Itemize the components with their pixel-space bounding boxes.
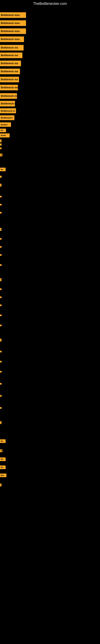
bar-item: Bottleneck res xyxy=(0,69,20,74)
bar-item: | xyxy=(0,278,1,281)
bar-label xyxy=(0,176,1,178)
bar-label: | xyxy=(0,140,1,142)
bar-item: B xyxy=(0,154,2,156)
bar-item: | xyxy=(0,339,1,342)
bar-label: Bottleneck res xyxy=(0,77,19,82)
bar-label: | xyxy=(0,421,1,424)
bar-label: Bottleneck re xyxy=(0,93,17,99)
bar-label: | xyxy=(0,339,1,342)
bar-item: | xyxy=(0,228,1,231)
bar-item: Bo xyxy=(0,466,6,469)
bar-label xyxy=(0,314,1,316)
bar-item: Bottleneck res xyxy=(0,45,24,50)
bar-label: Bottlen xyxy=(0,122,11,127)
bar-item xyxy=(0,407,0,409)
bar-label xyxy=(0,371,1,372)
bar-item xyxy=(0,395,0,397)
bar-label: Bo xyxy=(0,458,6,461)
bar-label: Bottleneck r xyxy=(0,115,14,120)
bar-label xyxy=(0,324,1,326)
bar-item xyxy=(0,264,0,266)
bar-item: Bottlen xyxy=(0,122,11,127)
bar-label xyxy=(0,238,1,240)
bar-item xyxy=(0,254,0,256)
bar-item: Bot xyxy=(0,474,6,477)
bar-item: Bottleneck r xyxy=(0,115,14,120)
bar-label xyxy=(0,264,1,266)
bar-label: | xyxy=(0,278,1,281)
bar-label xyxy=(0,407,1,409)
bar-label: Bottleneck re xyxy=(0,108,16,113)
bar-label xyxy=(0,204,1,206)
bar-item: | xyxy=(0,421,1,424)
bar-item xyxy=(0,314,0,316)
bar-item xyxy=(0,383,0,384)
bar-label: Bottleneck resu xyxy=(0,36,24,42)
bar-item: | xyxy=(0,484,1,486)
bar-item xyxy=(0,196,0,198)
bar-item xyxy=(0,176,1,178)
bar-item: Bo xyxy=(0,168,6,171)
bar-item: Bottleneck re xyxy=(0,108,16,113)
bar-item: Bottleneck resu xyxy=(0,12,26,18)
bar-item xyxy=(0,144,1,146)
bar-item: Bottleneck resu xyxy=(0,36,24,42)
bar-item xyxy=(0,371,0,372)
bar-item xyxy=(0,212,0,214)
bar-item: Bottleneck res xyxy=(0,85,18,90)
bar-item: Bo xyxy=(0,458,6,461)
bar-label xyxy=(0,144,1,146)
bar-item: | xyxy=(0,184,1,186)
bar-item xyxy=(0,148,0,149)
bar-item: Bottleneck res xyxy=(0,60,21,66)
bar-label: Bottleneck res xyxy=(0,69,20,74)
bar-label: Bottleneck res xyxy=(0,52,22,58)
bar-item xyxy=(0,351,0,352)
bar-item: Bottle xyxy=(0,134,10,138)
bar-label: Bottleneck res xyxy=(0,45,24,50)
bar-item: Bottleneck res xyxy=(0,52,22,58)
bar-item: Bo xyxy=(0,439,6,443)
bar-label: | xyxy=(0,184,1,186)
bar-label xyxy=(0,212,1,214)
bar-label: Bottleneck resu xyxy=(0,28,26,34)
bar-label: Bo xyxy=(0,128,6,132)
bar-label xyxy=(0,288,1,290)
bar-label xyxy=(0,148,1,149)
bar-label xyxy=(0,254,1,256)
bar-item: Bo xyxy=(0,128,6,132)
bar-item xyxy=(0,324,0,326)
bar-item: Bottleneck re xyxy=(0,93,17,99)
bar-item xyxy=(0,238,0,240)
bar-label xyxy=(0,351,1,352)
bar-item: Bottleneck resu xyxy=(0,28,26,34)
bar-label: Bottleneck resu xyxy=(0,20,26,26)
bar-item xyxy=(0,361,0,362)
bar-label: | xyxy=(0,228,1,231)
bar-label: Bottleneck resu xyxy=(0,12,26,18)
bar-item xyxy=(0,288,0,290)
bar-label xyxy=(0,304,1,306)
bar-label: B xyxy=(0,450,2,452)
bar-label xyxy=(0,246,1,248)
bar-label xyxy=(0,383,1,384)
bar-label: Bo xyxy=(0,168,6,171)
bar-label: Bottleneck res xyxy=(0,60,21,66)
bar-item xyxy=(0,296,0,298)
bar-label xyxy=(0,196,1,198)
bar-label: B xyxy=(0,154,2,156)
bar-label: Bo xyxy=(0,466,6,469)
bar-label xyxy=(0,296,1,298)
bar-item: Bottleneck resu xyxy=(0,20,26,26)
bar-item: | xyxy=(0,140,1,142)
bar-label: Bo xyxy=(0,439,6,443)
bar-label: Bot xyxy=(0,474,6,477)
bar-label: Bottle xyxy=(0,134,10,138)
bar-item xyxy=(0,246,0,248)
site-title: TheBottlenecker.com xyxy=(0,0,100,7)
bar-item: Bottleneck r xyxy=(0,101,15,106)
bar-label: Bottleneck r xyxy=(0,101,15,106)
bar-label xyxy=(0,395,1,397)
bar-item xyxy=(0,204,0,206)
bar-label xyxy=(0,361,1,362)
